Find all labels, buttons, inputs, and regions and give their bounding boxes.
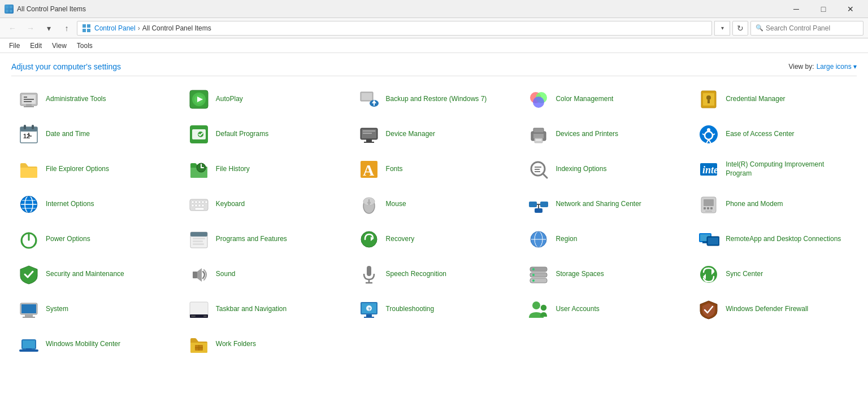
- svg-rect-3: [10, 10, 12, 12]
- control-item-storage-spaces[interactable]: Storage Spaces: [521, 258, 687, 291]
- title-bar-controls: ─ □ ✕: [783, 0, 863, 18]
- refresh-button[interactable]: ↻: [732, 21, 748, 36]
- svg-rect-85: [195, 208, 204, 210]
- control-item-indexing-options[interactable]: Indexing Options: [521, 153, 687, 186]
- sync-center-icon: [697, 263, 720, 286]
- menu-file[interactable]: File: [5, 41, 24, 51]
- taskbar-navigation-icon: [188, 298, 210, 321]
- address-dropdown-button[interactable]: ▾: [714, 21, 730, 36]
- view-by-control: View by: Large icons ▾: [788, 63, 857, 71]
- svg-rect-43: [366, 139, 372, 142]
- control-item-user-accounts[interactable]: User Accounts: [521, 293, 687, 326]
- window-icon: [5, 5, 14, 14]
- work-folders-label: Work Folders: [216, 340, 256, 349]
- control-item-security-maintenance[interactable]: Security and Maintenance: [11, 258, 177, 291]
- breadcrumb-control-panel[interactable]: Control Panel: [94, 24, 136, 32]
- control-item-backup-restore[interactable]: Backup and Restore (Windows 7): [351, 83, 517, 116]
- close-button[interactable]: ✕: [837, 0, 863, 18]
- control-item-keyboard[interactable]: Keyboard: [181, 188, 347, 221]
- control-item-internet-options[interactable]: Internet Options: [11, 188, 177, 221]
- control-item-phone-modem[interactable]: Phone and Modem: [691, 188, 857, 221]
- svg-rect-10: [26, 104, 32, 106]
- view-by-value[interactable]: Large icons ▾: [817, 63, 857, 71]
- search-input[interactable]: [766, 24, 856, 32]
- svg-rect-12: [24, 97, 27, 98]
- control-item-power-options[interactable]: Power Options: [11, 223, 177, 256]
- power-options-icon: [18, 228, 40, 251]
- control-item-device-manager[interactable]: Device Manager: [351, 118, 517, 151]
- phone-modem-icon: [697, 193, 720, 216]
- control-item-date-time[interactable]: 12Date and Time: [11, 118, 177, 151]
- control-item-ease-of-access[interactable]: Ease of Access Center: [691, 118, 857, 151]
- control-item-region[interactable]: Region: [521, 223, 687, 256]
- file-explorer-options-label: File Explorer Options: [46, 165, 109, 174]
- remoteapp-icon: [697, 228, 720, 251]
- back-button[interactable]: ←: [5, 20, 20, 36]
- color-management-icon: [527, 88, 550, 111]
- svg-rect-96: [704, 199, 714, 206]
- autoplay-icon: [188, 88, 210, 111]
- control-item-fonts[interactable]: AFonts: [351, 153, 517, 186]
- svg-rect-32: [20, 127, 37, 132]
- control-item-recovery[interactable]: Recovery: [351, 223, 517, 256]
- fonts-label: Fonts: [386, 165, 403, 174]
- up-button[interactable]: ↑: [59, 20, 75, 36]
- svg-rect-7: [87, 29, 90, 32]
- breadcrumb: Control Panel › All Control Panel Items: [77, 21, 712, 36]
- menu-tools[interactable]: Tools: [72, 41, 97, 51]
- credential-manager-icon: [697, 88, 720, 111]
- svg-rect-100: [705, 211, 712, 212]
- control-item-windows-mobility[interactable]: Windows Mobility Center: [11, 328, 177, 361]
- control-item-work-folders[interactable]: Work Folders: [181, 328, 347, 361]
- control-item-mouse[interactable]: Mouse: [351, 188, 517, 221]
- storage-spaces-icon: [527, 263, 550, 286]
- recent-locations-button[interactable]: ▾: [41, 20, 57, 36]
- control-item-taskbar-navigation[interactable]: Taskbar and Navigation: [181, 293, 347, 326]
- svg-rect-106: [193, 240, 203, 242]
- svg-rect-51: [536, 139, 541, 141]
- svg-rect-13: [24, 99, 34, 100]
- control-item-file-explorer-options[interactable]: File Explorer Options: [11, 153, 177, 186]
- recovery-icon: [358, 228, 380, 251]
- control-item-autoplay[interactable]: AutoPlay: [181, 83, 347, 116]
- minimize-button[interactable]: ─: [783, 0, 809, 18]
- control-item-color-management[interactable]: Color Management: [521, 83, 687, 116]
- svg-point-146: [532, 301, 540, 309]
- control-item-windows-defender[interactable]: Windows Defender Firewall: [691, 293, 857, 326]
- control-item-sound[interactable]: Sound: [181, 258, 347, 291]
- svg-rect-118: [708, 238, 718, 244]
- forward-button[interactable]: →: [23, 20, 38, 36]
- intel-computing-label: Intel(R) Computing Improvement Program: [726, 160, 850, 178]
- control-item-sync-center[interactable]: Sync Center: [691, 258, 857, 291]
- mouse-icon: [358, 193, 380, 216]
- maximize-button[interactable]: □: [810, 0, 836, 18]
- svg-rect-4: [83, 24, 86, 28]
- control-item-default-programs[interactable]: Default Programs: [181, 118, 347, 151]
- control-item-remoteapp[interactable]: RemoteApp and Desktop Connections: [691, 223, 857, 256]
- items-grid: Administrative ToolsAutoPlayBackup and R…: [11, 83, 857, 361]
- svg-rect-65: [535, 169, 540, 170]
- control-item-devices-printers[interactable]: Devices and Printers: [521, 118, 687, 151]
- control-item-programs-features[interactable]: Programs and Features: [181, 223, 347, 256]
- menu-edit[interactable]: Edit: [25, 41, 46, 51]
- control-item-file-history[interactable]: File History: [181, 153, 347, 186]
- svg-point-128: [532, 279, 535, 282]
- search-icon: 🔍: [756, 24, 763, 32]
- svg-text:A: A: [363, 161, 375, 179]
- fonts-icon: A: [358, 158, 380, 181]
- control-item-credential-manager[interactable]: Credential Manager: [691, 83, 857, 116]
- svg-rect-83: [198, 204, 201, 207]
- control-item-troubleshooting[interactable]: ?Troubleshooting: [351, 293, 517, 326]
- control-item-network-sharing[interactable]: Network and Sharing Center: [521, 188, 687, 221]
- control-item-intel-computing[interactable]: intelIntel(R) Computing Improvement Prog…: [691, 153, 857, 186]
- svg-rect-92: [535, 208, 542, 213]
- internet-options-icon: [18, 193, 40, 216]
- device-manager-label: Device Manager: [386, 130, 435, 139]
- svg-rect-49: [533, 128, 544, 133]
- svg-rect-84: [202, 204, 204, 207]
- menu-view[interactable]: View: [47, 41, 71, 51]
- control-item-system[interactable]: System: [11, 293, 177, 326]
- control-item-administrative-tools[interactable]: Administrative Tools: [11, 83, 177, 116]
- control-item-speech-recognition[interactable]: Speech Recognition: [351, 258, 517, 291]
- windows-mobility-label: Windows Mobility Center: [46, 340, 120, 349]
